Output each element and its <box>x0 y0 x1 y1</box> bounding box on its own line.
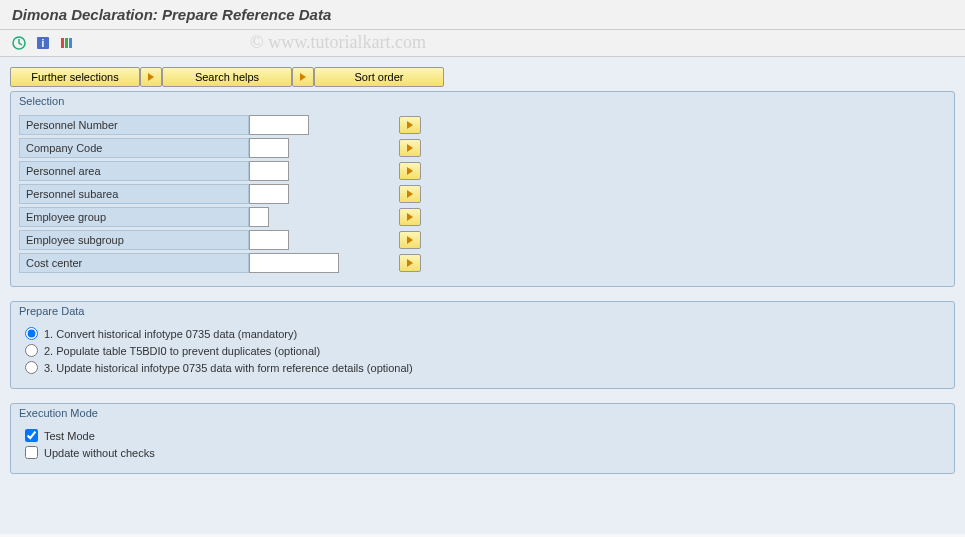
radio-row-2: 2. Populate table T5BDI0 to prevent dupl… <box>25 344 940 357</box>
arrow-right-icon <box>407 190 413 198</box>
execute-icon[interactable] <box>10 34 28 52</box>
check-row-update-without-checks: Update without checks <box>25 446 940 459</box>
arrow-right-icon <box>407 259 413 267</box>
row-employee-group: Employee group <box>19 207 946 227</box>
radio-row-3: 3. Update historical infotype 0735 data … <box>25 361 940 374</box>
toolbar: i © www.tutorialkart.com <box>0 30 965 57</box>
bars-icon[interactable] <box>58 34 76 52</box>
radio-opt1[interactable] <box>25 327 38 340</box>
svg-rect-5 <box>69 38 72 48</box>
row-employee-subgroup: Employee subgroup <box>19 230 946 250</box>
group-title-prepare-data: Prepare Data <box>11 302 954 319</box>
info-icon[interactable]: i <box>34 34 52 52</box>
arrow-right-icon <box>407 167 413 175</box>
input-cost-center[interactable] <box>249 253 339 273</box>
arrow-right-icon <box>148 73 154 81</box>
arrow-right-icon <box>407 213 413 221</box>
radio-opt2[interactable] <box>25 344 38 357</box>
row-personnel-area: Personnel area <box>19 161 946 181</box>
arrow-right-icon <box>407 144 413 152</box>
svg-rect-3 <box>61 38 64 48</box>
input-personnel-number[interactable] <box>249 115 309 135</box>
watermark: © www.tutorialkart.com <box>250 32 426 53</box>
group-title-execution-mode: Execution Mode <box>11 404 954 421</box>
input-company-code[interactable] <box>249 138 289 158</box>
label-personnel-subarea: Personnel subarea <box>19 184 249 204</box>
label-employee-group: Employee group <box>19 207 249 227</box>
more-button-personnel-area[interactable] <box>399 162 421 180</box>
label-company-code: Company Code <box>19 138 249 158</box>
more-button-company-code[interactable] <box>399 139 421 157</box>
input-employee-subgroup[interactable] <box>249 230 289 250</box>
row-company-code: Company Code <box>19 138 946 158</box>
more-button-personnel-number[interactable] <box>399 116 421 134</box>
arrow-right-icon <box>300 73 306 81</box>
search-helps-button[interactable]: Search helps <box>162 67 292 87</box>
input-personnel-subarea[interactable] <box>249 184 289 204</box>
arrow-right-icon <box>407 236 413 244</box>
prepare-data-group: Prepare Data 1. Convert historical infot… <box>10 301 955 389</box>
more-button-personnel-subarea[interactable] <box>399 185 421 203</box>
check-row-test-mode: Test Mode <box>25 429 940 442</box>
radio-row-1: 1. Convert historical infotype 0735 data… <box>25 327 940 340</box>
radio-opt3[interactable] <box>25 361 38 374</box>
execution-mode-group: Execution Mode Test Mode Update without … <box>10 403 955 474</box>
checkbox-update-without-checks[interactable] <box>25 446 38 459</box>
checkbox-test-mode[interactable] <box>25 429 38 442</box>
arrow-right-icon <box>407 121 413 129</box>
page-header: Dimona Declaration: Prepare Reference Da… <box>0 0 965 30</box>
content-area: Further selections Search helps Sort ord… <box>0 57 965 534</box>
svg-rect-4 <box>65 38 68 48</box>
svg-text:i: i <box>42 38 45 49</box>
arrow-button-2[interactable] <box>292 67 314 87</box>
sort-order-button[interactable]: Sort order <box>314 67 444 87</box>
input-personnel-area[interactable] <box>249 161 289 181</box>
input-employee-group[interactable] <box>249 207 269 227</box>
label-personnel-number: Personnel Number <box>19 115 249 135</box>
selection-group: Selection Personnel Number Company Code … <box>10 91 955 287</box>
row-personnel-subarea: Personnel subarea <box>19 184 946 204</box>
label-cost-center: Cost center <box>19 253 249 273</box>
arrow-button-1[interactable] <box>140 67 162 87</box>
checkbox-label-update-without-checks[interactable]: Update without checks <box>44 447 155 459</box>
top-button-row: Further selections Search helps Sort ord… <box>10 67 955 87</box>
row-cost-center: Cost center <box>19 253 946 273</box>
row-personnel-number: Personnel Number <box>19 115 946 135</box>
label-employee-subgroup: Employee subgroup <box>19 230 249 250</box>
checkbox-label-test-mode[interactable]: Test Mode <box>44 430 95 442</box>
radio-label-opt2[interactable]: 2. Populate table T5BDI0 to prevent dupl… <box>44 345 320 357</box>
radio-label-opt3[interactable]: 3. Update historical infotype 0735 data … <box>44 362 413 374</box>
more-button-employee-group[interactable] <box>399 208 421 226</box>
group-title-selection: Selection <box>11 92 954 109</box>
more-button-employee-subgroup[interactable] <box>399 231 421 249</box>
page-title: Dimona Declaration: Prepare Reference Da… <box>12 6 953 23</box>
more-button-cost-center[interactable] <box>399 254 421 272</box>
further-selections-button[interactable]: Further selections <box>10 67 140 87</box>
label-personnel-area: Personnel area <box>19 161 249 181</box>
radio-label-opt1[interactable]: 1. Convert historical infotype 0735 data… <box>44 328 297 340</box>
